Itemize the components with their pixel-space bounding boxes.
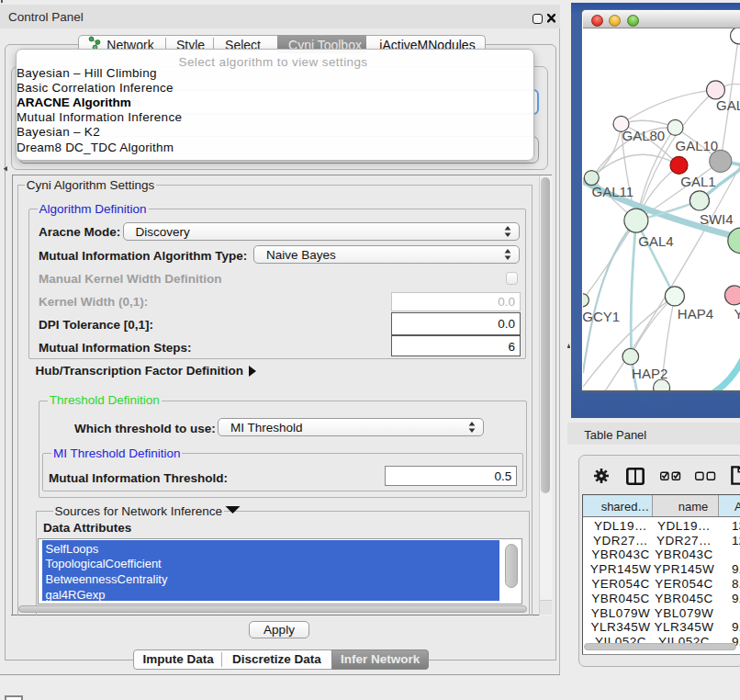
svg-text:HAP2: HAP2 xyxy=(632,366,667,381)
svg-text:SWI4: SWI4 xyxy=(699,211,733,227)
svg-text:GAL7: GAL7 xyxy=(716,97,740,113)
svg-text:GAL1: GAL1 xyxy=(680,174,715,189)
svg-text:HAP4: HAP4 xyxy=(677,306,712,322)
svg-text:Y: Y xyxy=(734,306,740,322)
svg-text:GAL10: GAL10 xyxy=(675,138,718,153)
svg-text:GAL11: GAL11 xyxy=(591,184,633,199)
svg-text:GAL4: GAL4 xyxy=(638,233,673,249)
svg-text:GAL80: GAL80 xyxy=(622,128,665,143)
svg-text:GCY1: GCY1 xyxy=(583,309,620,324)
